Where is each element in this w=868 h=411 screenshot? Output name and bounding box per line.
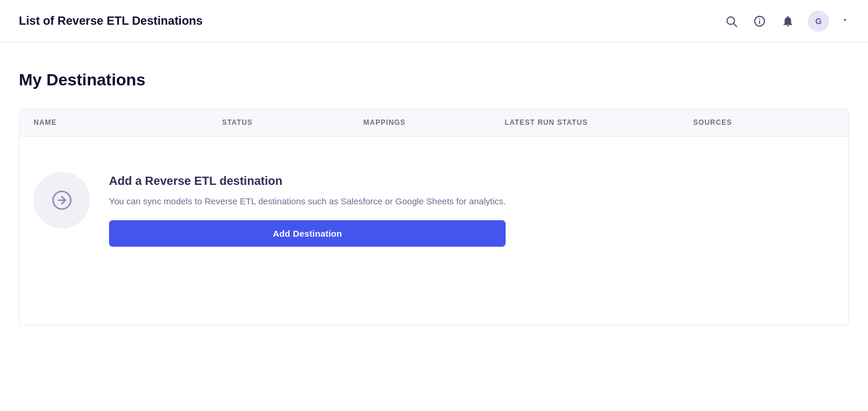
col-name: NAME	[34, 109, 222, 136]
col-latest-run-status: LATEST RUN STATUS	[504, 109, 693, 136]
page-title-header: List of Reverse ETL Destinations	[19, 14, 203, 28]
app-header: List of Reverse ETL Destinations G	[0, 0, 868, 42]
table-header: NAME STATUS MAPPINGS LATEST RUN STATUS S…	[19, 109, 849, 137]
bell-icon[interactable]	[780, 13, 796, 29]
search-icon[interactable]	[723, 13, 740, 29]
empty-state-content: Add a Reverse ETL destination You can sy…	[109, 172, 506, 247]
col-mappings: MAPPINGS	[364, 109, 505, 136]
table-body: Add a Reverse ETL destination You can sy…	[19, 137, 849, 325]
add-destination-button[interactable]: Add Destination	[109, 220, 506, 247]
arrow-right-circle-icon	[51, 190, 72, 211]
chevron-down-icon[interactable]	[841, 16, 849, 26]
col-status: STATUS	[222, 109, 364, 136]
avatar[interactable]: G	[808, 11, 829, 32]
svg-line-1	[734, 24, 737, 26]
help-icon[interactable]	[751, 13, 768, 29]
col-sources: SOURCES	[693, 109, 834, 136]
empty-state-description: You can sync models to Reverse ETL desti…	[109, 195, 506, 208]
empty-state-icon-circle	[34, 172, 90, 228]
my-destinations-title: My Destinations	[19, 71, 849, 90]
empty-state-heading: Add a Reverse ETL destination	[109, 174, 506, 188]
header-actions: G	[723, 11, 849, 32]
destinations-table: NAME STATUS MAPPINGS LATEST RUN STATUS S…	[19, 108, 849, 326]
svg-point-0	[727, 16, 735, 24]
main-content: My Destinations NAME STATUS MAPPINGS LAT…	[0, 42, 868, 344]
